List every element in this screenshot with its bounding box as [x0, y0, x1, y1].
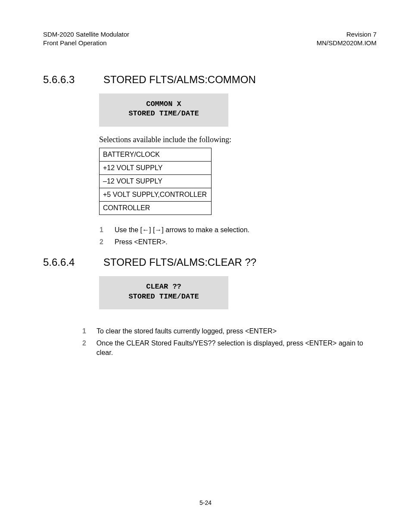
step-item: 1 Use the [←] [→] arrows to make a selec…: [99, 225, 377, 235]
step-text: To clear the stored faults currently log…: [97, 327, 277, 336]
header-left: SDM-2020 Satellite Modulator Front Panel…: [43, 30, 129, 48]
step-text: Press <ENTER>.: [115, 237, 168, 247]
step-item: 1 To clear the stored faults currently l…: [82, 327, 377, 336]
table-row: +12 VOLT SUPPLY: [100, 162, 212, 175]
option-cell: +5 VOLT SUPPLY,CONTROLLER: [100, 188, 212, 202]
steps-list-common: 1 Use the [←] [→] arrows to make a selec…: [99, 225, 377, 246]
display-line2: STORED TIME/DATE: [99, 109, 228, 119]
step-number: 1: [99, 226, 103, 234]
step-number: 2: [82, 339, 86, 347]
section-body-clear: CLEAR ?? STORED TIME/DATE: [99, 276, 377, 310]
step-text: Once the CLEAR Stored Faults/YES?? selec…: [97, 339, 377, 357]
steps-list-clear: 1 To clear the stored faults currently l…: [82, 327, 377, 357]
option-cell: –12 VOLT SUPPLY: [100, 175, 212, 188]
step-text: Use the [←] [→] arrows to make a selecti…: [115, 225, 249, 235]
lcd-display-clear: CLEAR ?? STORED TIME/DATE: [99, 276, 228, 310]
selections-table: BATTERY/CLOCK +12 VOLT SUPPLY –12 VOLT S…: [99, 148, 212, 215]
header-product: SDM-2020 Satellite Modulator: [43, 30, 129, 39]
header-subtitle: Front Panel Operation: [43, 39, 129, 47]
section-body-common: COMMON X STORED TIME/DATE Selections ava…: [99, 93, 377, 247]
step-number: 2: [99, 238, 103, 246]
option-cell: BATTERY/CLOCK: [100, 148, 212, 162]
section-title: STORED FLTS/ALMS:COMMON: [103, 74, 256, 86]
option-cell: +12 VOLT SUPPLY: [100, 162, 212, 175]
step-item: 2 Press <ENTER>.: [99, 237, 377, 247]
table-row: CONTROLLER: [100, 202, 212, 215]
table-row: +5 VOLT SUPPLY,CONTROLLER: [100, 188, 212, 202]
section-heading-common: 5.6.6.3 STORED FLTS/ALMS:COMMON: [43, 74, 377, 86]
display-line1: COMMON X: [99, 100, 228, 109]
section-heading-clear: 5.6.6.4 STORED FLTS/ALMS:CLEAR ??: [43, 256, 377, 268]
page-header: SDM-2020 Satellite Modulator Front Panel…: [43, 30, 377, 48]
step-item: 2 Once the CLEAR Stored Faults/YES?? sel…: [82, 339, 377, 357]
section-number: 5.6.6.4: [43, 256, 86, 268]
header-revision: Revision 7: [317, 30, 377, 39]
section-number: 5.6.6.3: [43, 74, 86, 86]
header-right: Revision 7 MN/SDM2020M.IOM: [317, 30, 377, 48]
display-line2: STORED TIME/DATE: [99, 292, 228, 302]
lcd-display-common: COMMON X STORED TIME/DATE: [99, 93, 228, 127]
page-number: 5-24: [199, 499, 212, 506]
section-title: STORED FLTS/ALMS:CLEAR ??: [103, 256, 256, 268]
table-row: –12 VOLT SUPPLY: [100, 175, 212, 188]
display-line1: CLEAR ??: [99, 282, 228, 292]
selections-intro: Selections available include the followi…: [99, 135, 377, 144]
header-docid: MN/SDM2020M.IOM: [317, 39, 377, 47]
step-number: 1: [82, 327, 86, 335]
table-row: BATTERY/CLOCK: [100, 148, 212, 162]
option-cell: CONTROLLER: [100, 202, 212, 215]
page-footer: 5-24: [0, 499, 411, 506]
